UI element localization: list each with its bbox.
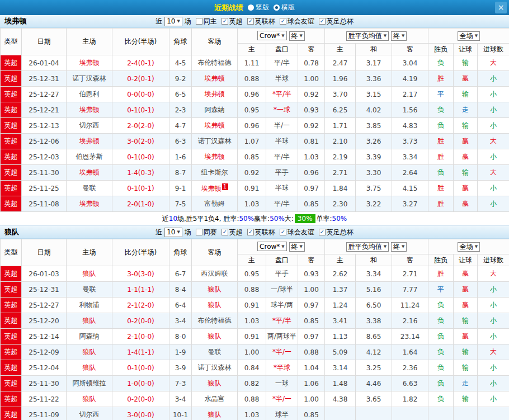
away-team-cell: 西汉姆联 <box>192 266 238 282</box>
corner-cell: 7-3 <box>169 376 192 391</box>
close-icon[interactable]: × <box>495 2 507 13</box>
date-cell: 25-12-06 <box>22 134 67 149</box>
avg-draw-cell: 3.34 <box>356 266 392 282</box>
corner-cell: 7-5 <box>169 196 192 212</box>
home-odds-cell: 0.91 <box>238 181 266 196</box>
filter-checkbox-label: 球会友谊 <box>288 17 314 26</box>
match-row: 英超25-12-14阿森纳2-1(0-0)8-0狼队0.91两/两球半0.971… <box>1 329 509 345</box>
result-cell: 胜 <box>428 134 454 149</box>
team-section-header: 埃弗顿 近 10▼ 场 同主✓英超✓英联杯✓球会友谊✓英足总杯 <box>0 15 509 28</box>
away-odds-cell: 0.81 <box>298 134 325 149</box>
filter-checkbox[interactable]: 同赛 <box>196 228 217 237</box>
league-cell: 英超 <box>1 165 22 181</box>
avg-draw-cell: 3.36 <box>356 71 392 87</box>
fulltime-select[interactable]: 全场▼ <box>458 242 480 252</box>
radio-checked-icon <box>274 4 280 11</box>
avg-home-cell: 2.47 <box>325 55 356 71</box>
odds-final-select[interactable]: 终▼ <box>289 31 305 41</box>
checkbox-checked-icon: ✓ <box>247 229 254 235</box>
filter-checkbox[interactable]: ✓英联杯 <box>247 228 275 237</box>
goals-result-cell: 小 <box>478 329 509 345</box>
result-cell: 胜 <box>428 149 454 165</box>
avg-final-value: 终 <box>393 242 400 252</box>
home-team-cell: 狼队 <box>67 360 112 376</box>
avg-away-cell: 4.15 <box>392 181 428 196</box>
asian-result-cell: 赢 <box>454 266 478 282</box>
corner-cell: 9-1 <box>169 181 192 196</box>
date-cell: 26-01-03 <box>22 266 67 282</box>
away-team-cell: 埃弗顿1 <box>192 181 238 196</box>
filter-checkbox[interactable]: ✓英足总杯 <box>319 228 354 237</box>
away-odds-cell: 0.93 <box>298 102 325 118</box>
home-odds-cell: 1.07 <box>238 134 266 149</box>
league-cell: 英超 <box>1 345 22 360</box>
home-odds-cell: 0.96 <box>238 87 266 102</box>
avg-select[interactable]: 胜平负均值▼ <box>346 31 389 41</box>
date-cell: 25-12-20 <box>22 313 67 329</box>
avg-select[interactable]: 胜平负均值▼ <box>346 242 389 252</box>
chevron-down-icon: ▼ <box>281 244 284 249</box>
avg-draw-cell: 3.75 <box>356 181 392 196</box>
filter-checkbox[interactable]: ✓英足总杯 <box>319 17 354 26</box>
home-team-cell: 狼队 <box>67 345 112 360</box>
match-count-select[interactable]: 10▼ <box>164 228 182 237</box>
col-wdl: 胜负 <box>428 254 454 266</box>
avg-value: 胜平负均值 <box>348 242 382 252</box>
odds-final-select[interactable]: 终▼ <box>289 242 305 252</box>
summary-text: 近 <box>162 214 169 224</box>
date-cell: 26-01-04 <box>22 55 67 71</box>
corner-cell: 3-4 <box>169 391 192 407</box>
date-cell: 25-12-13 <box>22 118 67 134</box>
corner-cell: 6-3 <box>169 134 192 149</box>
corner-cell: 6-5 <box>169 87 192 102</box>
away-team-cell: 阿森纳 <box>192 102 238 118</box>
checkbox-checked-icon: ✓ <box>280 18 286 25</box>
handicap-cell: 一/球半 <box>266 282 298 298</box>
col-avg-home: 主 <box>325 44 356 55</box>
avg-value: 胜平负均值 <box>348 31 382 41</box>
fulltime-select[interactable]: 全场▼ <box>458 31 480 41</box>
bookmaker-select[interactable]: Crow*▼ <box>257 31 287 40</box>
filter-checkbox[interactable]: ✓英联杯 <box>247 17 275 26</box>
filter-checkbox[interactable]: ✓球会友谊 <box>280 17 314 26</box>
bookmaker-select[interactable]: Crow*▼ <box>257 242 287 251</box>
col-score: 比分(半场) <box>112 239 169 266</box>
col-asian: 让球 <box>454 44 478 55</box>
handicap-cell: 半/一 <box>266 118 298 134</box>
asian-result-cell: 走 <box>454 102 478 118</box>
layout-radio-vertical[interactable]: 竖版 <box>248 3 269 12</box>
filter-checkbox[interactable]: ✓英超 <box>221 17 243 26</box>
avg-home-cell: 2.30 <box>325 196 356 212</box>
handicap-cell: 半球 <box>266 181 298 196</box>
league-cell: 英超 <box>1 134 22 149</box>
avg-final-select[interactable]: 终▼ <box>391 31 407 41</box>
handicap-cell: 平/半 <box>266 55 298 71</box>
goals-result-cell: 小 <box>478 282 509 298</box>
goals-result-cell: 小 <box>478 118 509 134</box>
home-team-cell: 切尔西 <box>67 407 112 420</box>
date-cell: 25-12-27 <box>22 87 67 102</box>
date-cell: 25-12-31 <box>22 71 67 87</box>
home-team-cell: 曼联 <box>67 282 112 298</box>
col-odds-home: 主 <box>238 254 266 266</box>
avg-away-cell: 3.04 <box>392 55 428 71</box>
handicap-cell: 一球 <box>266 376 298 391</box>
layout-radio-horizontal[interactable]: 横版 <box>274 3 295 12</box>
filter-checkbox[interactable]: ✓球会友谊 <box>280 228 314 237</box>
league-cell: 英超 <box>1 196 22 212</box>
avg-final-select[interactable]: 终▼ <box>391 242 407 252</box>
filter-checkbox[interactable]: ✓英超 <box>221 228 243 237</box>
odds-group-header: Crow*▼ 终▼ <box>238 239 325 254</box>
filter-checkbox-label: 英超 <box>229 228 243 237</box>
handicap-cell: 球半/两 <box>266 298 298 313</box>
score-cell: 2-0(2-0) <box>112 118 169 134</box>
away-team-cell: 狼队 <box>192 376 238 391</box>
filter-checkbox-label: 英足总杯 <box>327 17 354 26</box>
filter-checkbox[interactable]: 同主 <box>196 17 217 26</box>
handicap-cell: *一球 <box>266 102 298 118</box>
league-cell: 英超 <box>1 407 22 420</box>
handicap-cell: 球半 <box>266 407 298 420</box>
filter-checkbox-label: 英联杯 <box>255 17 275 26</box>
match-count-select[interactable]: 10▼ <box>164 17 182 26</box>
col-goals: 进球数 <box>478 44 509 55</box>
